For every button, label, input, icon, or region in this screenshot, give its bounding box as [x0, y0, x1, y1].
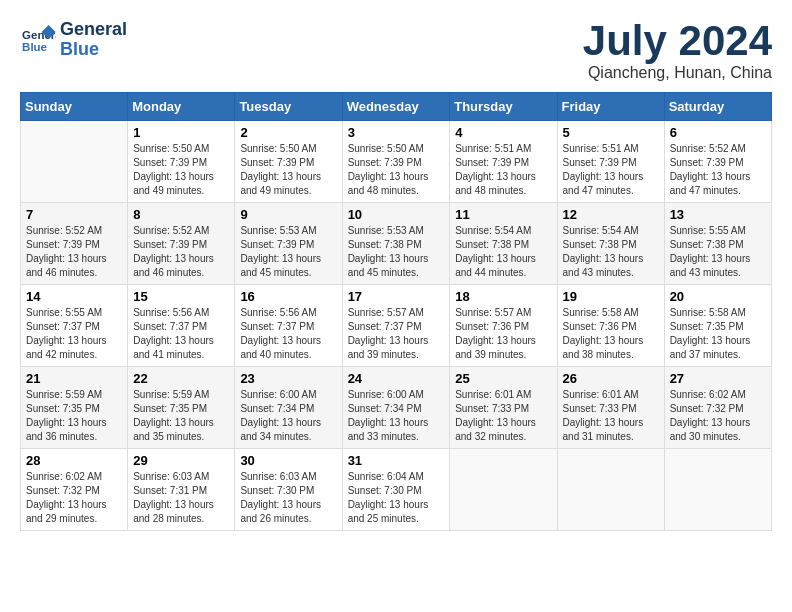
weekday-header-sunday: Sunday — [21, 93, 128, 121]
day-number: 24 — [348, 371, 445, 386]
day-number: 13 — [670, 207, 766, 222]
calendar-cell: 25Sunrise: 6:01 AM Sunset: 7:33 PM Dayli… — [450, 367, 557, 449]
day-number: 14 — [26, 289, 122, 304]
day-info: Sunrise: 5:51 AM Sunset: 7:39 PM Dayligh… — [563, 142, 659, 198]
calendar-cell: 30Sunrise: 6:03 AM Sunset: 7:30 PM Dayli… — [235, 449, 342, 531]
day-info: Sunrise: 6:01 AM Sunset: 7:33 PM Dayligh… — [563, 388, 659, 444]
day-number: 26 — [563, 371, 659, 386]
calendar-week-row: 7Sunrise: 5:52 AM Sunset: 7:39 PM Daylig… — [21, 203, 772, 285]
day-info: Sunrise: 5:55 AM Sunset: 7:38 PM Dayligh… — [670, 224, 766, 280]
calendar-cell: 17Sunrise: 5:57 AM Sunset: 7:37 PM Dayli… — [342, 285, 450, 367]
day-number: 27 — [670, 371, 766, 386]
day-number: 2 — [240, 125, 336, 140]
calendar-cell: 2Sunrise: 5:50 AM Sunset: 7:39 PM Daylig… — [235, 121, 342, 203]
calendar-cell: 22Sunrise: 5:59 AM Sunset: 7:35 PM Dayli… — [128, 367, 235, 449]
day-info: Sunrise: 5:53 AM Sunset: 7:39 PM Dayligh… — [240, 224, 336, 280]
day-number: 22 — [133, 371, 229, 386]
day-info: Sunrise: 6:04 AM Sunset: 7:30 PM Dayligh… — [348, 470, 445, 526]
weekday-header-saturday: Saturday — [664, 93, 771, 121]
calendar-cell: 21Sunrise: 5:59 AM Sunset: 7:35 PM Dayli… — [21, 367, 128, 449]
day-info: Sunrise: 5:59 AM Sunset: 7:35 PM Dayligh… — [133, 388, 229, 444]
day-info: Sunrise: 5:56 AM Sunset: 7:37 PM Dayligh… — [133, 306, 229, 362]
day-info: Sunrise: 5:50 AM Sunset: 7:39 PM Dayligh… — [240, 142, 336, 198]
day-info: Sunrise: 6:02 AM Sunset: 7:32 PM Dayligh… — [670, 388, 766, 444]
day-number: 8 — [133, 207, 229, 222]
calendar-cell: 10Sunrise: 5:53 AM Sunset: 7:38 PM Dayli… — [342, 203, 450, 285]
calendar-cell: 14Sunrise: 5:55 AM Sunset: 7:37 PM Dayli… — [21, 285, 128, 367]
weekday-header-wednesday: Wednesday — [342, 93, 450, 121]
calendar-cell: 3Sunrise: 5:50 AM Sunset: 7:39 PM Daylig… — [342, 121, 450, 203]
month-title: July 2024 — [583, 20, 772, 62]
day-number: 12 — [563, 207, 659, 222]
day-number: 20 — [670, 289, 766, 304]
weekday-header-monday: Monday — [128, 93, 235, 121]
calendar-cell: 24Sunrise: 6:00 AM Sunset: 7:34 PM Dayli… — [342, 367, 450, 449]
calendar-cell — [21, 121, 128, 203]
calendar-week-row: 28Sunrise: 6:02 AM Sunset: 7:32 PM Dayli… — [21, 449, 772, 531]
day-number: 5 — [563, 125, 659, 140]
day-info: Sunrise: 5:57 AM Sunset: 7:36 PM Dayligh… — [455, 306, 551, 362]
logo-text-line2: Blue — [60, 40, 127, 60]
logo-icon: General Blue — [20, 25, 56, 55]
calendar-cell — [557, 449, 664, 531]
calendar-cell: 28Sunrise: 6:02 AM Sunset: 7:32 PM Dayli… — [21, 449, 128, 531]
day-info: Sunrise: 5:56 AM Sunset: 7:37 PM Dayligh… — [240, 306, 336, 362]
day-info: Sunrise: 5:54 AM Sunset: 7:38 PM Dayligh… — [563, 224, 659, 280]
calendar-cell: 12Sunrise: 5:54 AM Sunset: 7:38 PM Dayli… — [557, 203, 664, 285]
day-info: Sunrise: 6:01 AM Sunset: 7:33 PM Dayligh… — [455, 388, 551, 444]
calendar-cell: 18Sunrise: 5:57 AM Sunset: 7:36 PM Dayli… — [450, 285, 557, 367]
day-info: Sunrise: 5:53 AM Sunset: 7:38 PM Dayligh… — [348, 224, 445, 280]
calendar-cell: 9Sunrise: 5:53 AM Sunset: 7:39 PM Daylig… — [235, 203, 342, 285]
day-number: 19 — [563, 289, 659, 304]
calendar-cell — [450, 449, 557, 531]
day-info: Sunrise: 5:54 AM Sunset: 7:38 PM Dayligh… — [455, 224, 551, 280]
day-info: Sunrise: 5:51 AM Sunset: 7:39 PM Dayligh… — [455, 142, 551, 198]
day-number: 28 — [26, 453, 122, 468]
calendar-cell: 27Sunrise: 6:02 AM Sunset: 7:32 PM Dayli… — [664, 367, 771, 449]
weekday-header-row: SundayMondayTuesdayWednesdayThursdayFrid… — [21, 93, 772, 121]
calendar-cell: 1Sunrise: 5:50 AM Sunset: 7:39 PM Daylig… — [128, 121, 235, 203]
calendar-cell: 5Sunrise: 5:51 AM Sunset: 7:39 PM Daylig… — [557, 121, 664, 203]
calendar-cell: 20Sunrise: 5:58 AM Sunset: 7:35 PM Dayli… — [664, 285, 771, 367]
day-number: 18 — [455, 289, 551, 304]
day-info: Sunrise: 5:52 AM Sunset: 7:39 PM Dayligh… — [26, 224, 122, 280]
day-info: Sunrise: 6:02 AM Sunset: 7:32 PM Dayligh… — [26, 470, 122, 526]
day-number: 11 — [455, 207, 551, 222]
page-header: General Blue General Blue July 2024 Qian… — [20, 20, 772, 82]
calendar-cell: 6Sunrise: 5:52 AM Sunset: 7:39 PM Daylig… — [664, 121, 771, 203]
day-info: Sunrise: 6:03 AM Sunset: 7:31 PM Dayligh… — [133, 470, 229, 526]
calendar-cell: 4Sunrise: 5:51 AM Sunset: 7:39 PM Daylig… — [450, 121, 557, 203]
day-number: 10 — [348, 207, 445, 222]
day-number: 7 — [26, 207, 122, 222]
calendar-cell: 19Sunrise: 5:58 AM Sunset: 7:36 PM Dayli… — [557, 285, 664, 367]
day-info: Sunrise: 5:52 AM Sunset: 7:39 PM Dayligh… — [670, 142, 766, 198]
day-info: Sunrise: 5:50 AM Sunset: 7:39 PM Dayligh… — [348, 142, 445, 198]
calendar-cell: 29Sunrise: 6:03 AM Sunset: 7:31 PM Dayli… — [128, 449, 235, 531]
calendar-cell: 13Sunrise: 5:55 AM Sunset: 7:38 PM Dayli… — [664, 203, 771, 285]
calendar-cell: 23Sunrise: 6:00 AM Sunset: 7:34 PM Dayli… — [235, 367, 342, 449]
day-number: 31 — [348, 453, 445, 468]
day-number: 17 — [348, 289, 445, 304]
calendar-cell: 26Sunrise: 6:01 AM Sunset: 7:33 PM Dayli… — [557, 367, 664, 449]
day-number: 23 — [240, 371, 336, 386]
calendar-table: SundayMondayTuesdayWednesdayThursdayFrid… — [20, 92, 772, 531]
calendar-cell: 11Sunrise: 5:54 AM Sunset: 7:38 PM Dayli… — [450, 203, 557, 285]
weekday-header-tuesday: Tuesday — [235, 93, 342, 121]
calendar-cell: 16Sunrise: 5:56 AM Sunset: 7:37 PM Dayli… — [235, 285, 342, 367]
day-info: Sunrise: 5:58 AM Sunset: 7:35 PM Dayligh… — [670, 306, 766, 362]
day-number: 25 — [455, 371, 551, 386]
day-info: Sunrise: 5:52 AM Sunset: 7:39 PM Dayligh… — [133, 224, 229, 280]
calendar-cell — [664, 449, 771, 531]
calendar-cell: 15Sunrise: 5:56 AM Sunset: 7:37 PM Dayli… — [128, 285, 235, 367]
day-info: Sunrise: 6:00 AM Sunset: 7:34 PM Dayligh… — [240, 388, 336, 444]
logo-text-line1: General — [60, 20, 127, 40]
location-text: Qiancheng, Hunan, China — [583, 64, 772, 82]
day-info: Sunrise: 5:50 AM Sunset: 7:39 PM Dayligh… — [133, 142, 229, 198]
day-number: 30 — [240, 453, 336, 468]
svg-text:Blue: Blue — [22, 41, 47, 53]
day-info: Sunrise: 5:55 AM Sunset: 7:37 PM Dayligh… — [26, 306, 122, 362]
day-info: Sunrise: 6:00 AM Sunset: 7:34 PM Dayligh… — [348, 388, 445, 444]
day-number: 6 — [670, 125, 766, 140]
day-number: 21 — [26, 371, 122, 386]
day-info: Sunrise: 6:03 AM Sunset: 7:30 PM Dayligh… — [240, 470, 336, 526]
